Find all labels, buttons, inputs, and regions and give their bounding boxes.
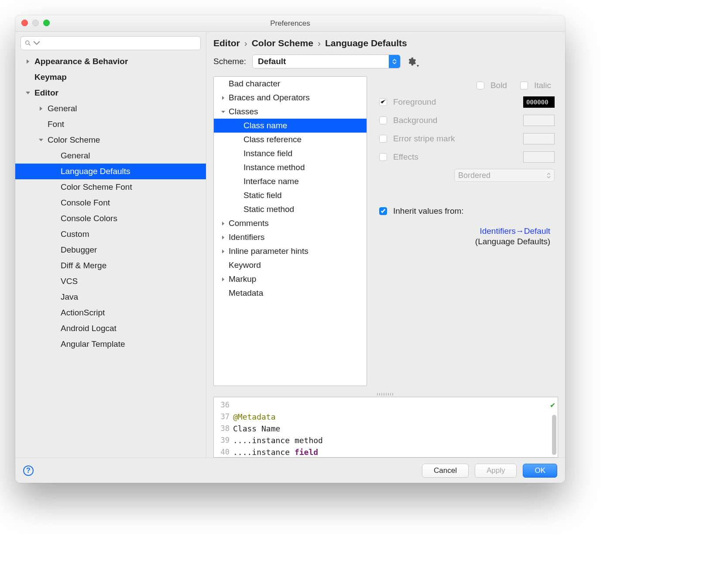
category-item-metadata[interactable]: Metadata [214,286,367,300]
sidebar-item-label: Color Scheme Font [61,182,132,192]
sidebar-item-console-font[interactable]: Console Font [15,195,206,211]
category-item-label: Instance method [243,163,305,172]
scrollbar[interactable] [552,415,556,455]
inherit-label: Inherit values from: [393,206,464,216]
sidebar-item-appearance-behavior[interactable]: Appearance & Behavior [15,54,206,69]
apply-button[interactable]: Apply [475,464,517,478]
inherit-sub: (Language Defaults) [475,237,550,246]
svg-point-0 [26,41,29,44]
category-item-markup[interactable]: Markup [214,272,367,286]
category-item-class-name[interactable]: Class name [214,119,367,133]
category-item-classes[interactable]: Classes [214,105,367,119]
sidebar-item-keymap[interactable]: Keymap [15,69,206,85]
category-item-comments[interactable]: Comments [214,216,367,230]
chevron-right-icon: › [318,38,321,48]
sidebar-item-language-defaults[interactable]: Language Defaults [15,164,206,179]
category-item-braces-and-operators[interactable]: Braces and Operators [214,91,367,105]
sidebar-item-custom[interactable]: Custom [15,226,206,242]
italic-checkbox[interactable] [520,82,528,89]
crumb-language-defaults: Language Defaults [325,38,407,48]
search-input[interactable] [21,36,201,50]
effects-type-select[interactable]: Bordered [454,169,555,182]
category-item-class-reference[interactable]: Class reference [214,133,367,147]
category-item-keyword[interactable]: Keyword [214,258,367,272]
sidebar-item-debugger[interactable]: Debugger [15,242,206,258]
sidebar-item-java[interactable]: Java [15,289,206,305]
sidebar-item-angular-template[interactable]: Angular Template [15,336,206,352]
settings-tree[interactable]: Appearance & BehaviorKeymapEditorGeneral… [15,54,206,458]
search-icon [24,40,31,47]
category-item-instance-method[interactable]: Instance method [214,161,367,174]
zoom-icon[interactable] [43,20,50,26]
sidebar-item-label: VCS [61,277,78,286]
crumb-editor[interactable]: Editor [213,38,240,48]
splitter-grip-icon[interactable] [377,393,394,396]
sidebar-item-editor[interactable]: Editor [15,85,206,101]
sidebar-item-color-scheme[interactable]: Color Scheme [15,132,206,148]
sidebar-item-android-logcat[interactable]: Android Logcat [15,321,206,336]
cancel-button[interactable]: Cancel [422,464,469,478]
sidebar-item-label: General [48,104,77,113]
sidebar-item-actionscript[interactable]: ActionScript [15,305,206,321]
window-controls [21,20,50,26]
category-item-label: Braces and Operators [229,93,310,103]
style-properties: Bold Italic Foreground 000000 [367,76,558,386]
gear-icon[interactable]: ▾ [407,57,416,66]
sidebar-item-label: Editor [34,88,58,98]
dialog-footer: ? Cancel Apply OK [15,458,565,483]
category-item-label: Static method [243,205,294,214]
category-item-interface-name[interactable]: Interface name [214,174,367,188]
scheme-select[interactable]: Default [252,55,401,68]
effects-swatch[interactable] [523,151,555,163]
check-icon: ✔ [550,400,555,409]
window-title: Preferences [270,19,310,28]
minimize-icon[interactable] [32,20,39,26]
foreground-checkbox[interactable] [379,98,387,106]
category-item-instance-field[interactable]: Instance field [214,147,367,161]
effects-checkbox[interactable] [379,153,387,161]
sidebar-item-label: ActionScript [61,308,105,318]
category-item-label: Metadata [229,288,263,298]
gutter: 36 37 38 39 40 [214,397,232,457]
sidebar-item-vcs[interactable]: VCS [15,273,206,289]
main-pane: Editor › Color Scheme › Language Default… [206,32,565,458]
sidebar-item-console-colors[interactable]: Console Colors [15,211,206,226]
errorstripe-swatch[interactable] [523,133,555,144]
select-stepper-icon [389,55,400,68]
sidebar-item-label: Diff & Merge [61,261,106,270]
sidebar-item-label: Android Logcat [61,324,117,333]
sidebar-item-font[interactable]: Font [15,116,206,132]
code-preview[interactable]: 36 37 38 39 40 @Metadata Class Name ....… [213,397,558,458]
help-icon[interactable]: ? [23,465,34,476]
bold-checkbox[interactable] [477,82,484,89]
category-item-inline-parameter-hints[interactable]: Inline parameter hints [214,244,367,258]
category-item-static-method[interactable]: Static method [214,202,367,216]
search-field[interactable] [42,39,197,47]
sidebar-item-general[interactable]: General [15,148,206,164]
effects-type-value: Bordered [458,171,490,180]
category-item-static-field[interactable]: Static field [214,188,367,202]
foreground-label: Foreground [393,97,517,107]
effects-label: Effects [393,152,517,162]
inherit-link[interactable]: Identifiers→Default [480,226,550,236]
background-swatch[interactable] [523,115,555,126]
background-checkbox[interactable] [379,116,387,124]
category-item-label: Bad character [229,79,280,89]
errorstripe-checkbox[interactable] [379,135,387,143]
category-item-label: Identifiers [229,232,264,242]
sidebar-item-label: Custom [61,229,89,239]
category-tree[interactable]: Bad characterBraces and OperatorsClasses… [213,76,367,386]
category-item-bad-character[interactable]: Bad character [214,77,367,91]
sidebar-item-label: Console Colors [61,214,117,223]
sidebar-item-diff-merge[interactable]: Diff & Merge [15,258,206,273]
sidebar-item-color-scheme-font[interactable]: Color Scheme Font [15,179,206,195]
sidebar-item-label: Console Font [61,198,110,208]
close-icon[interactable] [21,20,28,26]
sidebar-item-general[interactable]: General [15,101,206,116]
category-item-identifiers[interactable]: Identifiers [214,230,367,244]
crumb-color-scheme[interactable]: Color Scheme [252,38,313,48]
inherit-checkbox[interactable] [379,207,387,215]
preferences-window: Preferences Appearance & BehaviorKeymapE… [15,15,565,483]
ok-button[interactable]: OK [523,464,557,478]
foreground-swatch[interactable]: 000000 [523,96,555,108]
